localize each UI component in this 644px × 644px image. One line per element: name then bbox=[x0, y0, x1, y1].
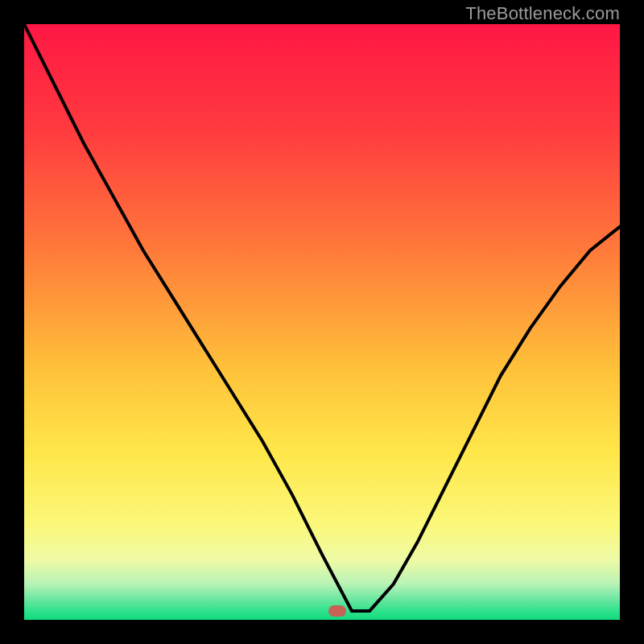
plot-area bbox=[24, 24, 620, 620]
bottleneck-curve bbox=[24, 24, 620, 620]
watermark-text: TheBottleneck.com bbox=[465, 3, 620, 24]
chart-frame: TheBottleneck.com bbox=[0, 0, 644, 644]
optimal-marker bbox=[328, 605, 346, 617]
